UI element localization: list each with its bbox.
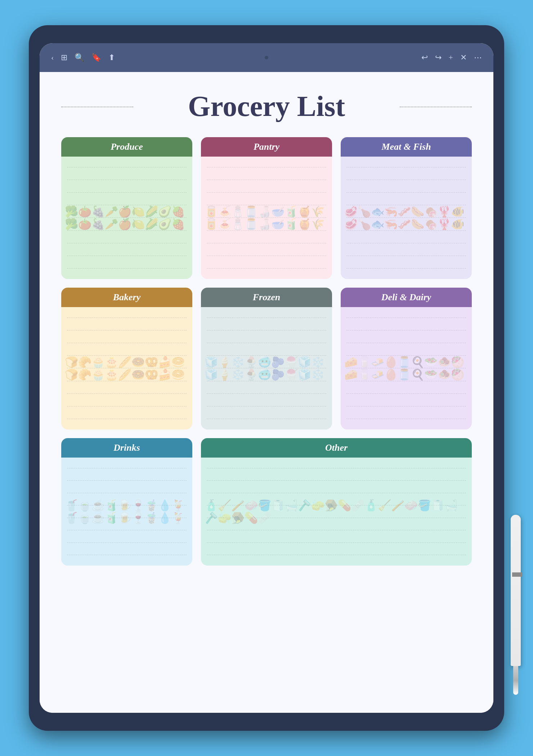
share-icon[interactable]: ⬆ [108,53,115,62]
grid-icon[interactable]: ⊞ [61,53,67,62]
frozen-card: Frozen 🧊🍦❄️🍨🥶🫐🍧🧊❄️🧊🍦❄️🍨🥶🫐🍧🧊❄️ [201,288,332,429]
back-icon[interactable]: ‹ [51,53,54,62]
toolbar-left: ‹ ⊞ 🔍 🔖 ⬆ [51,53,115,62]
meat-card: Meat & Fish 🥩🍗🐟🦐🥓🌭🍖🦞🐠🥩🍗🐟🦐🥓🌭🍖🦞🐠 [341,137,472,279]
deli-body[interactable]: 🧀🥛🧈🥚🫙🍳🥗🧆🥙🧀🥛🧈🥚🫙🍳🥗🧆🥙 [341,307,472,429]
tablet: ‹ ⊞ 🔍 🔖 ⬆ ↩ ↪ + ✕ ⋯ Grocery List [29,25,504,731]
camera-dot [265,56,268,59]
other-lines [201,458,472,566]
meat-lines [341,157,472,279]
produce-card: Produce 🥦🍅🍇🥕🍎🍋🌽🥑🍓🥦🍅🍇🥕🍎🍋🌽🥑🍓 [61,137,192,279]
more-icon[interactable]: ⋯ [474,53,482,62]
drinks-card: Drinks 🥤🍵☕🧃🍺🍷🧋💧🍹🥤🍵☕🧃🍺🍷🧋💧🍹 [61,438,192,566]
meat-header: Meat & Fish [341,137,472,157]
pencil-band [512,572,522,577]
close-icon[interactable]: ✕ [460,53,467,62]
other-header: Other [201,438,472,458]
top-bar: ‹ ⊞ 🔍 🔖 ⬆ ↩ ↪ + ✕ ⋯ [40,43,493,72]
drinks-body[interactable]: 🥤🍵☕🧃🍺🍷🧋💧🍹🥤🍵☕🧃🍺🍷🧋💧🍹 [61,458,192,566]
pantry-lines [201,157,332,279]
other-body[interactable]: 🧴🧹🪥🧼🪣🧻🛁🪒🧽🪤💊🩹🧴🧹🪥🧼🪣🧻🛁🪒🧽🪤💊🩹 [201,458,472,566]
search-icon[interactable]: 🔍 [75,53,84,62]
produce-body[interactable]: 🥦🍅🍇🥕🍎🍋🌽🥑🍓🥦🍅🍇🥕🍎🍋🌽🥑🍓 [61,157,192,279]
pantry-header: Pantry [201,137,332,157]
pantry-body[interactable]: 🥫🍝🧂🫙🍶🥣🧃🍯🌾🥫🍝🧂🫙🍶🥣🧃🍯🌾 [201,157,332,279]
tablet-screen: ‹ ⊞ 🔍 🔖 ⬆ ↩ ↪ + ✕ ⋯ Grocery List [40,43,493,713]
bookmark-icon[interactable]: 🔖 [91,53,101,62]
redo-icon[interactable]: ↪ [435,53,442,62]
produce-header: Produce [61,137,192,157]
deli-lines [341,307,472,429]
bakery-card: Bakery 🍞🥐🧁🎂🥖🍩🥨🍰🥯🍞🥐🧁🎂🥖🍩🥨🍰🥯 [61,288,192,429]
page-title: Grocery List [61,90,472,123]
pantry-card: Pantry 🥫🍝🧂🫙🍶🥣🧃🍯🌾🥫🍝🧂🫙🍶🥣🧃🍯🌾 [201,137,332,279]
produce-lines [61,157,192,279]
bakery-body[interactable]: 🍞🥐🧁🎂🥖🍩🥨🍰🥯🍞🥐🧁🎂🥖🍩🥨🍰🥯 [61,307,192,429]
frozen-body[interactable]: 🧊🍦❄️🍨🥶🫐🍧🧊❄️🧊🍦❄️🍨🥶🫐🍧🧊❄️ [201,307,332,429]
meat-body[interactable]: 🥩🍗🐟🦐🥓🌭🍖🦞🐠🥩🍗🐟🦐🥓🌭🍖🦞🐠 [341,157,472,279]
pencil-tip [513,666,518,695]
apple-pencil [509,515,522,702]
pencil-body [511,515,521,666]
frozen-header: Frozen [201,288,332,307]
toolbar-right: ↩ ↪ + ✕ ⋯ [421,53,482,62]
category-grid: Produce 🥦🍅🍇🥕🍎🍋🌽🥑🍓🥦🍅🍇🥕🍎🍋🌽🥑🍓 [61,137,472,566]
frozen-lines [201,307,332,429]
add-icon[interactable]: + [449,53,453,62]
page-content: Grocery List Produce 🥦🍅🍇🥕🍎🍋🌽🥑🍓🥦🍅🍇🥕🍎🍋🌽🥑🍓 [40,72,493,713]
bakery-lines [61,307,192,429]
deli-header: Deli & Dairy [341,288,472,307]
other-card: Other 🧴🧹🪥🧼🪣🧻🛁🪒🧽🪤💊🩹🧴🧹🪥🧼🪣🧻🛁🪒🧽🪤💊🩹 [201,438,472,566]
drinks-lines [61,458,192,566]
undo-icon[interactable]: ↩ [421,53,428,62]
drinks-header: Drinks [61,438,192,458]
bakery-header: Bakery [61,288,192,307]
deli-card: Deli & Dairy 🧀🥛🧈🥚🫙🍳🥗🧆🥙🧀🥛🧈🥚🫙🍳🥗🧆🥙 [341,288,472,429]
